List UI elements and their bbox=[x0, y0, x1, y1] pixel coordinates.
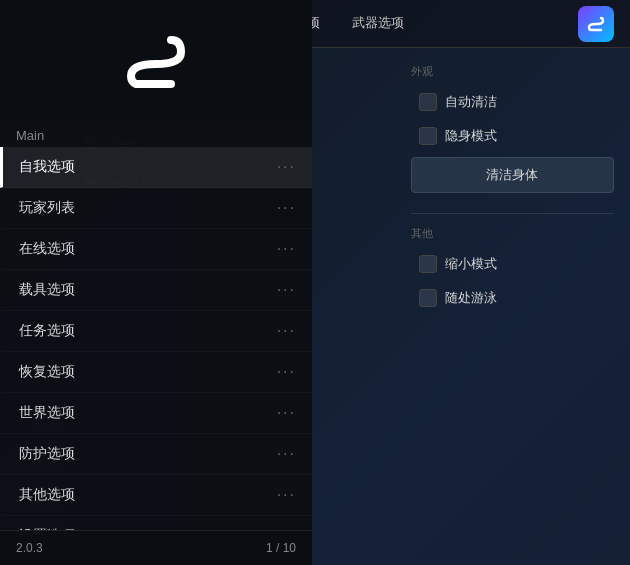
overlay-item-label-5: 恢复选项 bbox=[19, 363, 75, 381]
auto-clean-label: 自动清洁 bbox=[445, 93, 497, 111]
top-right-logo-icon bbox=[585, 13, 607, 35]
overlay-item-world-options[interactable]: 世界选项 ··· bbox=[0, 393, 312, 434]
overlay-item-mission-options[interactable]: 任务选项 ··· bbox=[0, 311, 312, 352]
overlay-item-online-options[interactable]: 在线选项 ··· bbox=[0, 229, 312, 270]
overlay-item-label-6: 世界选项 bbox=[19, 404, 75, 422]
overlay-item-label-2: 在线选项 bbox=[19, 240, 75, 258]
other-options: 缩小模式 随处游泳 bbox=[411, 251, 615, 311]
stealth-label: 隐身模式 bbox=[445, 127, 497, 145]
overlay-item-self-options[interactable]: 自我选项 ··· bbox=[0, 147, 312, 188]
overlay-item-label-7: 防护选项 bbox=[19, 445, 75, 463]
overlay-item-label-0: 自我选项 bbox=[19, 158, 75, 176]
option-stealth[interactable]: 隐身模式 bbox=[411, 123, 615, 149]
page-indicator: 1 / 10 bbox=[266, 541, 296, 555]
overlay-item-other-options[interactable]: 其他选项 ··· bbox=[0, 475, 312, 516]
more-icon-3[interactable]: ··· bbox=[277, 281, 296, 299]
more-icon-5[interactable]: ··· bbox=[277, 363, 296, 381]
more-icon-0[interactable]: ··· bbox=[277, 158, 296, 176]
overlay-item-settings-options[interactable]: 设置选项 ··· bbox=[0, 516, 312, 530]
section-divider bbox=[411, 213, 615, 214]
more-icon-6[interactable]: ··· bbox=[277, 404, 296, 422]
tab-weapon-options[interactable]: 武器选项 bbox=[340, 10, 416, 38]
checkbox-swim-anywhere[interactable] bbox=[419, 289, 437, 307]
overlay-item-label-8: 其他选项 bbox=[19, 486, 75, 504]
option-auto-clean[interactable]: 自动清洁 bbox=[411, 89, 615, 115]
overlay-item-label-4: 任务选项 bbox=[19, 322, 75, 340]
overlay-item-protection-options[interactable]: 防护选项 ··· bbox=[0, 434, 312, 475]
checkbox-miniature[interactable] bbox=[419, 255, 437, 273]
overlay-menu: Main 自我选项 ··· 玩家列表 ··· 在线选项 ··· 载具选项 ···… bbox=[0, 0, 312, 565]
overlay-item-label-1: 玩家列表 bbox=[19, 199, 75, 217]
overlay-item-recovery-options[interactable]: 恢复选项 ··· bbox=[0, 352, 312, 393]
right-options: 自动清洁 隐身模式 bbox=[411, 89, 615, 149]
right-section-label: 外观 bbox=[411, 64, 615, 79]
miniature-label: 缩小模式 bbox=[445, 255, 497, 273]
overlay-logo-svg bbox=[116, 20, 196, 100]
option-swim-anywhere[interactable]: 随处游泳 bbox=[411, 285, 615, 311]
more-icon-8[interactable]: ··· bbox=[277, 486, 296, 504]
more-icon-1[interactable]: ··· bbox=[277, 199, 296, 217]
overlay-logo-area bbox=[0, 0, 312, 120]
version-label: 2.0.3 bbox=[16, 541, 43, 555]
clean-body-button[interactable]: 清洁身体 bbox=[411, 157, 615, 193]
more-icon-4[interactable]: ··· bbox=[277, 322, 296, 340]
right-column: 外观 自动清洁 隐身模式 清洁身体 其他 bbox=[411, 64, 615, 311]
overlay-item-player-list[interactable]: 玩家列表 ··· bbox=[0, 188, 312, 229]
overlay-item-vehicle-options[interactable]: 载具选项 ··· bbox=[0, 270, 312, 311]
top-right-logo bbox=[578, 6, 614, 42]
checkbox-stealth[interactable] bbox=[419, 127, 437, 145]
other-section-label: 其他 bbox=[411, 226, 615, 241]
overlay-item-label-3: 载具选项 bbox=[19, 281, 75, 299]
option-miniature[interactable]: 缩小模式 bbox=[411, 251, 615, 277]
overlay-items-list: 自我选项 ··· 玩家列表 ··· 在线选项 ··· 载具选项 ··· 任务选项… bbox=[0, 147, 312, 530]
more-icon-2[interactable]: ··· bbox=[277, 240, 296, 258]
checkbox-auto-clean[interactable] bbox=[419, 93, 437, 111]
overlay-main-label: Main bbox=[0, 120, 312, 147]
more-icon-7[interactable]: ··· bbox=[277, 445, 296, 463]
swim-anywhere-label: 随处游泳 bbox=[445, 289, 497, 307]
overlay-footer: 2.0.3 1 / 10 bbox=[0, 530, 312, 565]
overlay-logo-container bbox=[116, 20, 196, 100]
